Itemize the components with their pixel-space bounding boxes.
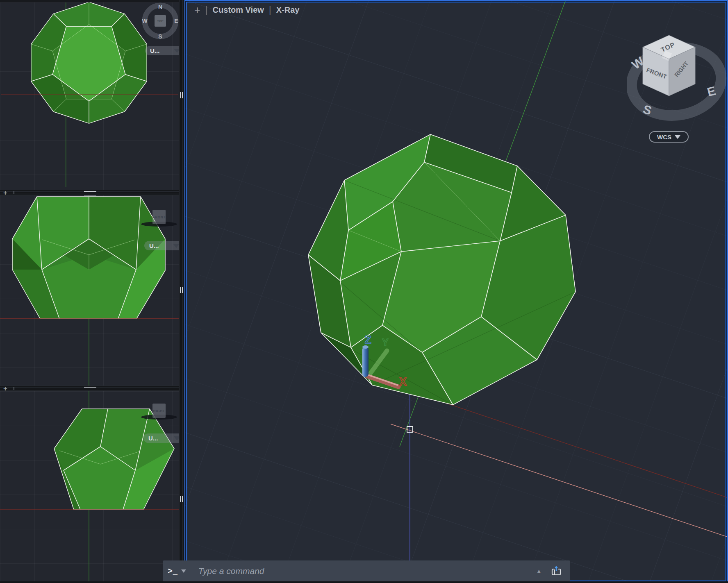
command-input[interactable]	[198, 566, 536, 576]
viewcube[interactable]: W E S TOP FRONT RIGHT	[627, 25, 728, 127]
viewcube-front-mini-label: FRONT	[152, 215, 166, 219]
ucs-x-label: X	[399, 376, 407, 388]
separator: |	[269, 5, 271, 16]
ucs-z-axis	[362, 347, 369, 377]
viewport-view-menu[interactable]: Custom View	[213, 5, 264, 15]
compass-east[interactable]: E	[174, 18, 178, 24]
left-viewport-column: N W E S TOP U... +	[0, 0, 179, 583]
splitter-handle-icon[interactable]	[180, 287, 181, 293]
viewport-top-view[interactable]: N W E S TOP U...	[0, 2, 179, 190]
splitter-tick	[14, 191, 14, 194]
wcs-label: WCS	[657, 134, 671, 141]
viewcube-right-mini-label: RIGHT	[153, 409, 165, 413]
top-edge	[0, 0, 184, 2]
bottom-edge	[0, 581, 728, 583]
ucs-dropdown-front-view[interactable]: U...	[144, 241, 183, 250]
viewport-splitter-2[interactable]: +	[0, 386, 184, 391]
ucs-dropdown-right-view[interactable]: U...	[143, 433, 184, 443]
ucs-z-axis-cap	[362, 345, 369, 349]
compass-south[interactable]: S	[158, 33, 162, 40]
command-prompt[interactable]: >_	[168, 566, 178, 576]
viewcube-right-mini[interactable]: RIGHT	[152, 404, 166, 418]
chevron-down-icon	[675, 135, 680, 139]
splitter-handle-icon[interactable]	[180, 92, 181, 98]
ucs-dropdown-top-view[interactable]: U...	[145, 46, 184, 55]
separator: |	[205, 5, 208, 16]
viewcube-front-mini[interactable]: FRONT	[152, 210, 166, 224]
share-export-icon[interactable]	[551, 565, 562, 577]
viewport-splitter-vertical[interactable]	[179, 0, 184, 583]
viewport-right-view[interactable]: RIGHT U...	[0, 391, 179, 583]
viewport-add-button[interactable]: +	[194, 4, 200, 16]
command-bar[interactable]: >_ ▲	[163, 560, 570, 581]
viewport-label-bar: + | Custom View | X-Ray	[194, 4, 300, 16]
ucs-dropdown-label: U...	[149, 242, 159, 249]
front-view-drawing	[0, 195, 179, 386]
splitter-handle-icon[interactable]	[180, 496, 181, 502]
chevron-down-icon	[173, 244, 180, 248]
viewport-splitter-1[interactable]: +	[0, 190, 184, 195]
ucs-dropdown-label: U...	[150, 47, 159, 54]
expand-command-history-icon[interactable]: ▲	[536, 568, 541, 574]
compass-north[interactable]: N	[158, 4, 162, 10]
compass-west[interactable]: W	[142, 18, 148, 24]
viewport-visualstyle-menu[interactable]: X-Ray	[276, 5, 300, 15]
x-axis-line	[401, 388, 727, 498]
viewport-front-view[interactable]: FRONT U...	[0, 195, 179, 386]
ucs-z-label: Z	[365, 333, 371, 346]
splitter-tick	[14, 387, 14, 390]
dodecahedron-solid[interactable]	[308, 134, 576, 405]
compass-top-label: TOP	[157, 19, 163, 23]
main-viewport[interactable]: Z Y X + | Custom View | X-Ray W E S TOP …	[184, 0, 728, 583]
wcs-dropdown[interactable]: WCS	[649, 131, 689, 143]
right-view-drawing	[0, 391, 179, 583]
command-history-caret-icon[interactable]	[181, 569, 186, 573]
ucs-dropdown-label: U...	[148, 435, 158, 442]
ucs-y-label: Y	[382, 337, 388, 348]
